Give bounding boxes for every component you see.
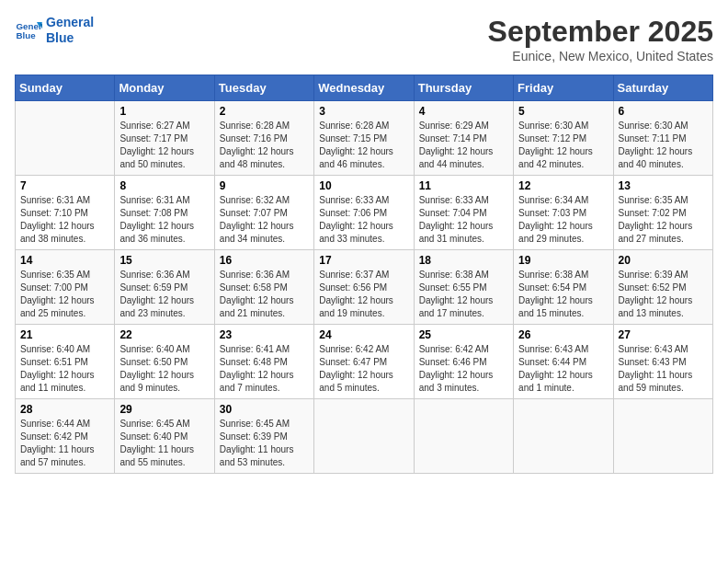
day-info: Sunrise: 6:44 AM Sunset: 6:42 PM Dayligh…: [20, 418, 109, 469]
day-info: Sunrise: 6:45 AM Sunset: 6:40 PM Dayligh…: [119, 418, 209, 469]
header-day-sunday: Sunday: [16, 75, 115, 101]
calendar-cell: 4Sunrise: 6:29 AM Sunset: 7:14 PM Daylig…: [414, 101, 513, 176]
day-number: 29: [119, 403, 209, 416]
logo-icon: General Blue: [15, 17, 42, 44]
header-day-wednesday: Wednesday: [314, 75, 414, 101]
day-info: Sunrise: 6:29 AM Sunset: 7:14 PM Dayligh…: [419, 120, 508, 171]
day-info: Sunrise: 6:45 AM Sunset: 6:39 PM Dayligh…: [220, 418, 309, 469]
calendar-cell: 22Sunrise: 6:40 AM Sunset: 6:50 PM Dayli…: [115, 325, 214, 399]
header-day-tuesday: Tuesday: [214, 75, 313, 101]
day-number: 17: [319, 254, 408, 267]
calendar-cell: 19Sunrise: 6:38 AM Sunset: 6:54 PM Dayli…: [514, 250, 613, 325]
page-header: General Blue General Blue September 2025…: [15, 15, 713, 63]
header-day-thursday: Thursday: [414, 75, 513, 101]
day-info: Sunrise: 6:38 AM Sunset: 6:54 PM Dayligh…: [518, 269, 608, 320]
calendar-cell: [314, 399, 414, 474]
day-info: Sunrise: 6:33 AM Sunset: 7:04 PM Dayligh…: [419, 194, 508, 246]
day-number: 5: [518, 105, 608, 118]
day-info: Sunrise: 6:30 AM Sunset: 7:11 PM Dayligh…: [619, 120, 708, 171]
calendar-cell: 24Sunrise: 6:42 AM Sunset: 6:47 PM Dayli…: [314, 325, 414, 399]
day-info: Sunrise: 6:35 AM Sunset: 7:02 PM Dayligh…: [619, 194, 708, 246]
header-day-friday: Friday: [514, 75, 613, 101]
calendar-cell: 20Sunrise: 6:39 AM Sunset: 6:52 PM Dayli…: [613, 250, 712, 325]
day-info: Sunrise: 6:38 AM Sunset: 6:55 PM Dayligh…: [419, 269, 508, 320]
week-row-1: 7Sunrise: 6:31 AM Sunset: 7:10 PM Daylig…: [16, 176, 713, 250]
day-info: Sunrise: 6:36 AM Sunset: 6:59 PM Dayligh…: [119, 269, 209, 320]
day-info: Sunrise: 6:43 AM Sunset: 6:44 PM Dayligh…: [518, 343, 608, 395]
day-info: Sunrise: 6:30 AM Sunset: 7:12 PM Dayligh…: [518, 120, 608, 171]
calendar-cell: 1Sunrise: 6:27 AM Sunset: 7:17 PM Daylig…: [115, 101, 214, 176]
calendar-cell: 23Sunrise: 6:41 AM Sunset: 6:48 PM Dayli…: [214, 325, 313, 399]
calendar-cell: 18Sunrise: 6:38 AM Sunset: 6:55 PM Dayli…: [414, 250, 513, 325]
day-info: Sunrise: 6:41 AM Sunset: 6:48 PM Dayligh…: [220, 343, 309, 395]
day-info: Sunrise: 6:42 AM Sunset: 6:47 PM Dayligh…: [319, 343, 408, 395]
day-number: 26: [518, 328, 608, 341]
month-title: September 2025: [488, 15, 713, 49]
day-number: 21: [20, 328, 109, 341]
day-info: Sunrise: 6:36 AM Sunset: 6:58 PM Dayligh…: [220, 269, 309, 320]
day-number: 11: [419, 179, 508, 192]
calendar-cell: 15Sunrise: 6:36 AM Sunset: 6:59 PM Dayli…: [115, 250, 214, 325]
day-info: Sunrise: 6:31 AM Sunset: 7:08 PM Dayligh…: [119, 194, 209, 246]
calendar-cell: 29Sunrise: 6:45 AM Sunset: 6:40 PM Dayli…: [115, 399, 214, 474]
calendar-cell: 25Sunrise: 6:42 AM Sunset: 6:46 PM Dayli…: [414, 325, 513, 399]
calendar-cell: 28Sunrise: 6:44 AM Sunset: 6:42 PM Dayli…: [16, 399, 115, 474]
day-number: 7: [20, 179, 109, 192]
calendar-body: 1Sunrise: 6:27 AM Sunset: 7:17 PM Daylig…: [16, 101, 713, 474]
week-row-2: 14Sunrise: 6:35 AM Sunset: 7:00 PM Dayli…: [16, 250, 713, 325]
day-info: Sunrise: 6:32 AM Sunset: 7:07 PM Dayligh…: [220, 194, 309, 246]
calendar-cell: 3Sunrise: 6:28 AM Sunset: 7:15 PM Daylig…: [314, 101, 414, 176]
logo-text-line2: Blue: [46, 30, 94, 46]
day-number: 12: [518, 179, 608, 192]
calendar-cell: 12Sunrise: 6:34 AM Sunset: 7:03 PM Dayli…: [514, 176, 613, 250]
calendar-cell: [613, 399, 712, 474]
day-number: 20: [619, 254, 708, 267]
day-info: Sunrise: 6:34 AM Sunset: 7:03 PM Dayligh…: [518, 194, 608, 246]
day-number: 14: [20, 254, 109, 267]
calendar-cell: 6Sunrise: 6:30 AM Sunset: 7:11 PM Daylig…: [613, 101, 712, 176]
day-info: Sunrise: 6:42 AM Sunset: 6:46 PM Dayligh…: [419, 343, 508, 395]
logo: General Blue General Blue: [15, 15, 94, 46]
calendar-cell: 21Sunrise: 6:40 AM Sunset: 6:51 PM Dayli…: [16, 325, 115, 399]
calendar-cell: 27Sunrise: 6:43 AM Sunset: 6:43 PM Dayli…: [613, 325, 712, 399]
day-info: Sunrise: 6:28 AM Sunset: 7:16 PM Dayligh…: [220, 120, 309, 171]
day-info: Sunrise: 6:43 AM Sunset: 6:43 PM Dayligh…: [619, 343, 708, 395]
title-section: September 2025 Eunice, New Mexico, Unite…: [488, 15, 713, 63]
calendar-cell: 2Sunrise: 6:28 AM Sunset: 7:16 PM Daylig…: [214, 101, 313, 176]
day-info: Sunrise: 6:35 AM Sunset: 7:00 PM Dayligh…: [20, 269, 109, 320]
day-number: 4: [419, 105, 508, 118]
day-number: 27: [619, 328, 708, 341]
calendar-cell: [514, 399, 613, 474]
calendar-cell: 10Sunrise: 6:33 AM Sunset: 7:06 PM Dayli…: [314, 176, 414, 250]
calendar-cell: 17Sunrise: 6:37 AM Sunset: 6:56 PM Dayli…: [314, 250, 414, 325]
logo-text-line1: General: [46, 15, 94, 29]
day-number: 23: [220, 328, 309, 341]
calendar-cell: 13Sunrise: 6:35 AM Sunset: 7:02 PM Dayli…: [613, 176, 712, 250]
day-number: 8: [119, 179, 209, 192]
day-number: 18: [419, 254, 508, 267]
header-day-saturday: Saturday: [613, 75, 712, 101]
header-day-monday: Monday: [115, 75, 214, 101]
calendar-cell: 26Sunrise: 6:43 AM Sunset: 6:44 PM Dayli…: [514, 325, 613, 399]
day-info: Sunrise: 6:33 AM Sunset: 7:06 PM Dayligh…: [319, 194, 408, 246]
calendar-header: SundayMondayTuesdayWednesdayThursdayFrid…: [16, 75, 713, 101]
day-number: 6: [619, 105, 708, 118]
day-info: Sunrise: 6:37 AM Sunset: 6:56 PM Dayligh…: [319, 269, 408, 320]
day-number: 10: [319, 179, 408, 192]
week-row-4: 28Sunrise: 6:44 AM Sunset: 6:42 PM Dayli…: [16, 399, 713, 474]
day-number: 1: [119, 105, 209, 118]
day-number: 22: [119, 328, 209, 341]
day-info: Sunrise: 6:27 AM Sunset: 7:17 PM Dayligh…: [119, 120, 209, 171]
calendar-cell: 9Sunrise: 6:32 AM Sunset: 7:07 PM Daylig…: [214, 176, 313, 250]
day-number: 25: [419, 328, 508, 341]
week-row-0: 1Sunrise: 6:27 AM Sunset: 7:17 PM Daylig…: [16, 101, 713, 176]
day-number: 16: [220, 254, 309, 267]
day-number: 3: [319, 105, 408, 118]
calendar-cell: 30Sunrise: 6:45 AM Sunset: 6:39 PM Dayli…: [214, 399, 313, 474]
calendar-cell: 8Sunrise: 6:31 AM Sunset: 7:08 PM Daylig…: [115, 176, 214, 250]
day-info: Sunrise: 6:31 AM Sunset: 7:10 PM Dayligh…: [20, 194, 109, 246]
calendar-cell: 7Sunrise: 6:31 AM Sunset: 7:10 PM Daylig…: [16, 176, 115, 250]
calendar-cell: 11Sunrise: 6:33 AM Sunset: 7:04 PM Dayli…: [414, 176, 513, 250]
day-number: 15: [119, 254, 209, 267]
day-number: 9: [220, 179, 309, 192]
